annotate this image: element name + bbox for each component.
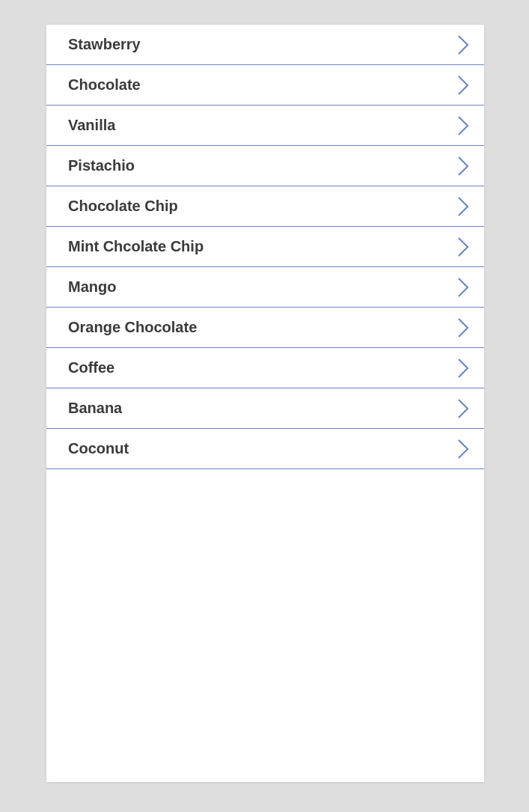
list-item-label: Pistachio <box>68 157 135 174</box>
chevron-right-icon <box>456 438 471 460</box>
list-item[interactable]: Pistachio <box>46 146 484 186</box>
app-panel: Stawberry Chocolate Vanilla Pistachio Ch… <box>46 25 484 782</box>
list-item[interactable]: Coffee <box>46 348 484 388</box>
list-item[interactable]: Mango <box>46 267 484 308</box>
list-item[interactable]: Vanilla <box>46 106 484 146</box>
chevron-right-icon <box>456 236 471 258</box>
list-item[interactable]: Chocolate Chip <box>46 186 484 227</box>
chevron-right-icon <box>456 195 471 218</box>
list-item[interactable]: Stawberry <box>46 25 484 65</box>
chevron-right-icon <box>456 317 471 339</box>
flavor-list: Stawberry Chocolate Vanilla Pistachio Ch… <box>46 25 484 469</box>
chevron-right-icon <box>456 276 471 299</box>
list-item-label: Mint Chcolate Chip <box>68 238 204 255</box>
list-item[interactable]: Banana <box>46 388 484 429</box>
list-item-label: Mango <box>68 278 116 296</box>
list-item-label: Orange Chocolate <box>68 319 197 336</box>
list-item[interactable]: Coconut <box>46 429 484 469</box>
chevron-right-icon <box>456 34 471 56</box>
list-item[interactable]: Chocolate <box>46 65 484 106</box>
chevron-right-icon <box>456 155 471 177</box>
list-item-label: Stawberry <box>68 36 141 53</box>
chevron-right-icon <box>456 74 471 97</box>
chevron-right-icon <box>456 115 471 137</box>
chevron-right-icon <box>456 397 471 420</box>
list-item-label: Vanilla <box>68 117 115 134</box>
list-item-label: Banana <box>68 400 122 417</box>
list-item[interactable]: Mint Chcolate Chip <box>46 227 484 267</box>
list-item-label: Chocolate <box>68 76 141 94</box>
chevron-right-icon <box>456 357 471 379</box>
list-item-label: Coconut <box>68 440 129 457</box>
list-item-label: Chocolate Chip <box>68 198 178 215</box>
list-item-label: Coffee <box>68 359 114 376</box>
list-item[interactable]: Orange Chocolate <box>46 308 484 348</box>
